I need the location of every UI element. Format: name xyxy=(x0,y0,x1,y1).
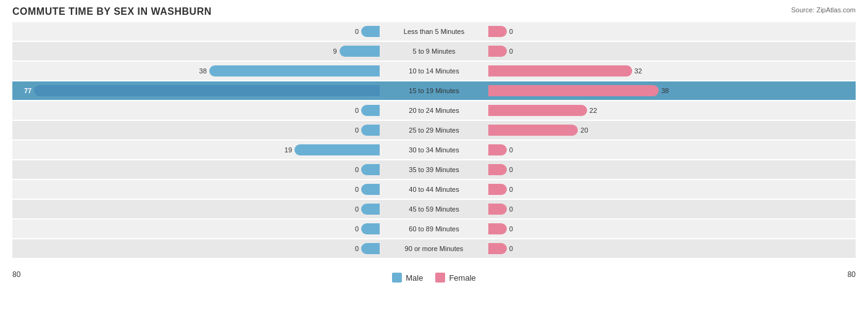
row-label: 15 to 19 Minutes xyxy=(380,87,488,94)
female-bar-wrapper: 38 xyxy=(488,81,856,100)
female-bar xyxy=(488,144,507,155)
female-bar xyxy=(488,65,632,76)
male-bar xyxy=(294,144,380,155)
male-bar-wrapper: 0 xyxy=(12,160,380,179)
right-section: 20 xyxy=(488,121,856,139)
male-value: 0 xyxy=(346,245,359,252)
row-label: 30 to 34 Minutes xyxy=(380,146,488,154)
legend-male: Male xyxy=(392,273,423,283)
male-bar-wrapper: 0 xyxy=(12,180,380,199)
female-value: 20 xyxy=(580,126,593,134)
right-section: 0 xyxy=(488,160,856,179)
right-section: 0 xyxy=(488,239,856,258)
female-bar-wrapper: 0 xyxy=(488,239,856,258)
left-section: 38 xyxy=(12,62,380,80)
male-bar xyxy=(34,85,380,96)
female-bar xyxy=(488,184,507,195)
male-bar xyxy=(361,164,380,175)
right-section: 0 xyxy=(488,200,856,218)
female-bar xyxy=(488,125,578,136)
chart-container: COMMUTE TIME BY SEX IN WASHBURN Source: … xyxy=(0,0,868,322)
female-bar-wrapper: 0 xyxy=(488,141,856,159)
bar-row: 77 15 to 19 Minutes 38 xyxy=(12,81,856,100)
bar-row: 19 30 to 34 Minutes 0 xyxy=(12,141,856,159)
female-bar-wrapper: 0 xyxy=(488,220,856,238)
female-bar xyxy=(488,204,507,215)
male-bar xyxy=(209,65,380,76)
right-section: 0 xyxy=(488,141,856,159)
bar-row: 0 20 to 24 Minutes 22 xyxy=(12,101,856,120)
female-value: 0 xyxy=(509,47,522,55)
left-section: 77 xyxy=(12,81,380,100)
male-bar-wrapper: 77 xyxy=(12,81,380,100)
left-section: 0 xyxy=(12,160,380,179)
female-bar-wrapper: 22 xyxy=(488,101,856,120)
right-section: 0 xyxy=(488,22,856,41)
female-bar xyxy=(488,46,507,57)
female-value: 0 xyxy=(509,245,522,252)
row-label: Less than 5 Minutes xyxy=(380,28,488,35)
female-bar-wrapper: 32 xyxy=(488,62,856,80)
row-label: 40 to 44 Minutes xyxy=(380,186,488,193)
axis-right: 80 xyxy=(848,270,856,283)
male-bar-wrapper: 9 xyxy=(12,42,380,60)
row-label: 25 to 29 Minutes xyxy=(380,126,488,134)
legend-female-box xyxy=(435,273,445,283)
male-bar xyxy=(361,223,380,234)
female-bar xyxy=(488,243,507,254)
male-value: 0 xyxy=(346,225,359,233)
left-section: 0 xyxy=(12,22,380,41)
bar-row: 0 40 to 44 Minutes 0 xyxy=(12,180,856,199)
male-value: 0 xyxy=(346,126,359,134)
male-bar-wrapper: 0 xyxy=(12,239,380,258)
male-bar xyxy=(361,184,380,195)
female-value: 0 xyxy=(509,186,522,193)
row-label: 90 or more Minutes xyxy=(380,245,488,252)
male-bar-wrapper: 19 xyxy=(12,141,380,159)
female-bar xyxy=(488,26,507,37)
female-value: 32 xyxy=(635,67,647,75)
left-section: 0 xyxy=(12,180,380,199)
male-value: 9 xyxy=(325,47,337,55)
female-value: 0 xyxy=(509,166,522,173)
legend-female-label: Female xyxy=(449,273,475,283)
right-section: 32 xyxy=(488,62,856,80)
right-section: 38 xyxy=(488,81,856,100)
male-bar xyxy=(361,105,380,116)
legend-female: Female xyxy=(435,273,475,283)
right-section: 22 xyxy=(488,101,856,120)
bar-row: 0 60 to 89 Minutes 0 xyxy=(12,220,856,238)
bar-row: 0 35 to 39 Minutes 0 xyxy=(12,160,856,179)
male-value: 0 xyxy=(346,186,359,193)
female-bar xyxy=(488,85,659,96)
chart-title: COMMUTE TIME BY SEX IN WASHBURN xyxy=(12,6,856,17)
male-bar-wrapper: 38 xyxy=(12,62,380,80)
right-section: 0 xyxy=(488,42,856,60)
male-value: 0 xyxy=(346,166,359,173)
row-label: 45 to 59 Minutes xyxy=(380,205,488,213)
legend: Male Female xyxy=(392,273,476,283)
male-bar xyxy=(340,46,380,57)
female-value: 0 xyxy=(509,28,522,35)
female-value: 22 xyxy=(590,107,602,114)
male-value: 77 xyxy=(19,87,31,94)
female-value: 0 xyxy=(509,225,522,233)
bar-row: 9 5 to 9 Minutes 0 xyxy=(12,42,856,60)
female-bar-wrapper: 0 xyxy=(488,22,856,41)
female-bar-wrapper: 0 xyxy=(488,42,856,60)
left-section: 0 xyxy=(12,200,380,218)
male-bar xyxy=(361,125,380,136)
female-bar xyxy=(488,223,507,234)
row-label: 5 to 9 Minutes xyxy=(380,47,488,55)
axis-left: 80 xyxy=(12,270,20,283)
female-value: 38 xyxy=(661,87,674,94)
bar-row: 0 90 or more Minutes 0 xyxy=(12,239,856,258)
right-section: 0 xyxy=(488,220,856,238)
row-label: 35 to 39 Minutes xyxy=(380,166,488,173)
right-section: 0 xyxy=(488,180,856,199)
row-label: 10 to 14 Minutes xyxy=(380,67,488,75)
left-section: 0 xyxy=(12,239,380,258)
female-bar xyxy=(488,164,507,175)
male-bar xyxy=(361,243,380,254)
female-bar-wrapper: 20 xyxy=(488,121,856,139)
